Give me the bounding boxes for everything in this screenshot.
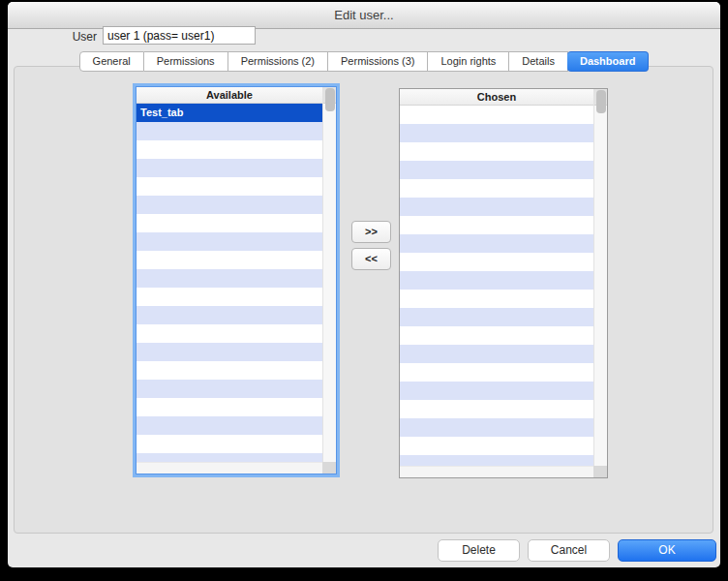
move-right-button[interactable]: >>	[351, 221, 391, 243]
list-row[interactable]	[136, 251, 322, 269]
dialog-title: Edit user...	[8, 2, 720, 29]
scrollbar-corner	[322, 462, 336, 474]
list-row[interactable]	[136, 306, 322, 324]
horizontal-scrollbar[interactable]	[400, 466, 593, 477]
list-row[interactable]	[136, 269, 322, 288]
list-row[interactable]	[400, 234, 593, 253]
list-row[interactable]	[136, 177, 322, 196]
chosen-list: Chosen	[399, 88, 608, 478]
list-row[interactable]	[400, 124, 593, 142]
list-row[interactable]	[136, 159, 322, 177]
list-row[interactable]	[136, 288, 322, 306]
list-row[interactable]	[400, 106, 593, 124]
available-list-rows: Test_tab	[136, 104, 322, 462]
move-left-button[interactable]: <<	[351, 248, 391, 270]
tab-general[interactable]: General	[79, 51, 144, 72]
list-row[interactable]	[136, 453, 322, 462]
list-row[interactable]	[400, 271, 593, 290]
list-row[interactable]	[136, 196, 322, 214]
list-row[interactable]	[136, 232, 322, 251]
tab-login-rights[interactable]: Login rights	[428, 51, 509, 72]
tab-permissions-2[interactable]: Permissions (2)	[228, 51, 328, 72]
list-item-test-tab[interactable]: Test_tab	[136, 104, 322, 122]
list-row[interactable]	[400, 308, 593, 326]
edit-user-dialog: Edit user... User General Permissions Pe…	[8, 2, 720, 567]
list-row[interactable]	[136, 140, 322, 159]
user-input[interactable]	[103, 26, 256, 45]
cancel-button[interactable]: Cancel	[528, 539, 610, 562]
list-row[interactable]	[400, 326, 593, 345]
list-row[interactable]	[400, 400, 593, 418]
list-row[interactable]	[400, 253, 593, 271]
chosen-list-header: Chosen	[400, 89, 593, 106]
list-row[interactable]	[400, 290, 593, 308]
list-row[interactable]	[400, 179, 593, 198]
scrollbar-corner	[593, 466, 607, 477]
horizontal-scrollbar[interactable]	[136, 462, 322, 474]
tab-bar: General Permissions Permissions (2) Perm…	[8, 51, 720, 72]
tab-permissions[interactable]: Permissions	[144, 51, 228, 72]
chosen-list-rows	[400, 106, 593, 466]
user-label: User	[8, 30, 97, 44]
ok-button[interactable]: OK	[618, 539, 716, 562]
tab-content-panel	[14, 66, 713, 534]
list-row[interactable]	[400, 216, 593, 234]
available-list-header: Available	[136, 87, 322, 104]
list-row[interactable]	[136, 361, 322, 380]
tab-permissions-3[interactable]: Permissions (3)	[328, 51, 428, 72]
list-row[interactable]	[136, 416, 322, 435]
delete-button[interactable]: Delete	[438, 539, 520, 562]
available-list: Available Test_tab	[136, 86, 337, 474]
list-row[interactable]	[136, 324, 322, 343]
list-row[interactable]	[400, 418, 593, 437]
tab-dashboard[interactable]: Dashboard	[567, 51, 649, 72]
vertical-scrollbar[interactable]	[322, 87, 336, 462]
scrollbar-thumb[interactable]	[596, 90, 606, 113]
list-row[interactable]	[400, 363, 593, 382]
list-row[interactable]	[400, 198, 593, 216]
scrollbar-thumb[interactable]	[325, 88, 335, 111]
list-row[interactable]	[400, 345, 593, 363]
list-row[interactable]	[400, 437, 593, 455]
titlebar[interactable]: Edit user...	[8, 2, 720, 29]
list-row[interactable]	[136, 380, 322, 398]
list-row[interactable]	[400, 382, 593, 400]
list-row[interactable]	[400, 142, 593, 161]
list-row[interactable]	[136, 214, 322, 232]
list-row[interactable]	[136, 343, 322, 361]
list-row[interactable]	[136, 122, 322, 140]
list-row[interactable]	[400, 161, 593, 179]
list-row[interactable]	[400, 455, 593, 466]
list-row[interactable]	[136, 398, 322, 416]
tab-details[interactable]: Details	[509, 51, 568, 72]
list-row[interactable]	[136, 435, 322, 453]
vertical-scrollbar[interactable]	[593, 89, 607, 466]
